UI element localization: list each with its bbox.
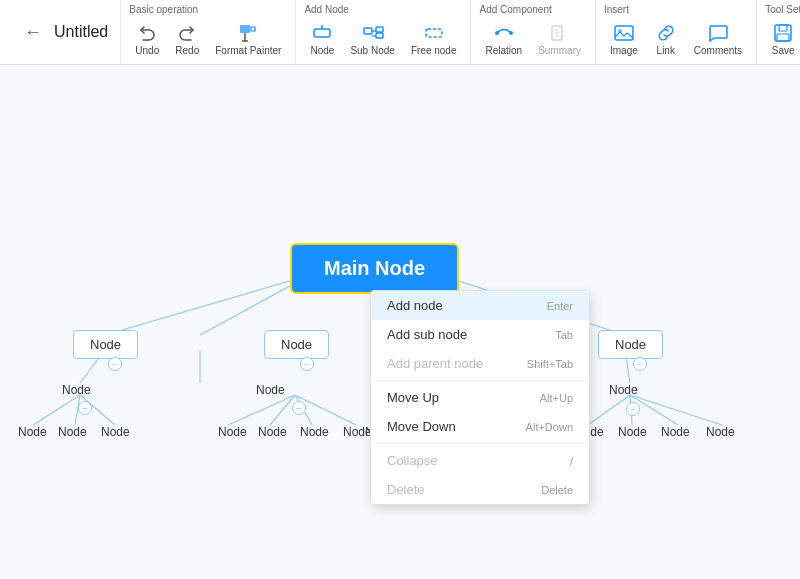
ctx-add-parent-node: Add parent node Shift+Tab <box>371 349 589 378</box>
format-painter-button[interactable]: Format Painter <box>209 19 287 58</box>
section-label-tool-settings: Tool Settings <box>765 0 800 15</box>
node-label: Node <box>618 425 647 439</box>
svg-rect-10 <box>426 29 442 37</box>
collapse-circle[interactable]: − <box>108 357 122 371</box>
collapse-circle[interactable]: − <box>292 401 306 415</box>
node-label: Node <box>706 425 735 439</box>
ctx-divider-1 <box>371 380 589 381</box>
node-label: Node <box>609 383 638 397</box>
back-button[interactable]: ← <box>20 18 46 47</box>
link-button[interactable]: Link <box>648 19 684 58</box>
ctx-add-sub-node[interactable]: Add sub node Tab <box>371 320 589 349</box>
section-basic-operation: Basic operation Undo Redo Format Painter <box>121 0 296 64</box>
ctx-add-parent-node-label: Add parent node <box>387 356 483 371</box>
ctx-move-up-shortcut: Alt+Up <box>540 392 573 404</box>
save-icon <box>771 21 795 45</box>
ctx-add-node-label: Add node <box>387 298 443 313</box>
canvas: Main Node Node − Node − Node − Node − No… <box>0 65 800 579</box>
node-box[interactable]: Node <box>73 330 138 359</box>
node-label: Node <box>256 383 285 397</box>
section-insert: Insert Image Link Comments <box>596 0 757 64</box>
relation-label: Relation <box>485 45 522 56</box>
svg-rect-9 <box>376 33 383 38</box>
node-box[interactable]: Node <box>264 330 329 359</box>
undo-button[interactable]: Undo <box>129 19 165 58</box>
svg-line-32 <box>33 395 80 425</box>
svg-rect-3 <box>314 29 330 37</box>
comments-button[interactable]: Comments <box>688 19 748 58</box>
ctx-collapse: Collapse / <box>371 446 589 475</box>
node-label: Node <box>218 425 247 439</box>
node-label: Node <box>661 425 690 439</box>
relation-icon <box>492 21 516 45</box>
node-box[interactable]: Node <box>598 330 663 359</box>
redo-button[interactable]: Redo <box>169 19 205 58</box>
ctx-add-parent-node-shortcut: Shift+Tab <box>527 358 573 370</box>
image-button[interactable]: Image <box>604 19 644 58</box>
section-label-insert: Insert <box>604 0 629 15</box>
page-title: Untitled <box>54 23 108 41</box>
summary-button[interactable]: Summary <box>532 19 587 58</box>
svg-rect-21 <box>777 34 789 41</box>
format-painter-icon <box>236 21 260 45</box>
svg-rect-20 <box>779 25 787 31</box>
ctx-add-sub-node-label: Add sub node <box>387 327 467 342</box>
relation-button[interactable]: Relation <box>479 19 528 58</box>
section-label-add-node: Add Node <box>304 0 348 15</box>
ctx-divider-2 <box>371 443 589 444</box>
free-node-button[interactable]: Free node <box>405 19 463 58</box>
svg-rect-0 <box>240 25 250 33</box>
collapse-circle[interactable]: − <box>78 401 92 415</box>
sub-node-button[interactable]: Sub Node <box>344 19 400 58</box>
node-label: Node <box>58 425 87 439</box>
comments-label: Comments <box>694 45 742 56</box>
save-button[interactable]: Save <box>765 19 800 58</box>
node-icon <box>310 21 334 45</box>
basic-items: Undo Redo Format Painter <box>129 17 287 64</box>
svg-line-42 <box>588 395 630 425</box>
section-label-component: Add Component <box>479 0 551 15</box>
node-button[interactable]: Node <box>304 19 340 58</box>
section-label-basic: Basic operation <box>129 0 198 15</box>
collapse-circle[interactable]: − <box>633 357 647 371</box>
svg-line-45 <box>630 395 722 425</box>
section-tool-settings: Tool Settings Save Collapse <box>757 0 800 64</box>
sub-node-icon <box>361 21 385 45</box>
ctx-collapse-shortcut: / <box>570 455 573 467</box>
node-label: Node <box>101 425 130 439</box>
section-add-component: Add Component Relation Summary <box>471 0 596 64</box>
format-painter-label: Format Painter <box>215 45 281 56</box>
summary-icon <box>548 21 572 45</box>
collapse-circle[interactable]: − <box>300 357 314 371</box>
undo-icon <box>135 21 159 45</box>
back-title-area: ← Untitled <box>8 0 121 64</box>
free-node-label: Free node <box>411 45 457 56</box>
undo-label: Undo <box>135 45 159 56</box>
ctx-move-down[interactable]: Move Down Alt+Down <box>371 412 589 441</box>
ctx-delete-label: Delete <box>387 482 425 497</box>
ctx-delete: Delete Delete <box>371 475 589 504</box>
node-label: Node <box>258 425 287 439</box>
link-label: Link <box>657 45 675 56</box>
component-items: Relation Summary <box>479 17 587 64</box>
redo-label: Redo <box>175 45 199 56</box>
sub-node-label: Sub Node <box>350 45 394 56</box>
collapse-circle[interactable]: − <box>626 402 640 416</box>
context-menu: Add node Enter Add sub node Tab Add pare… <box>370 290 590 505</box>
ctx-add-sub-node-shortcut: Tab <box>555 329 573 341</box>
ctx-add-node[interactable]: Add node Enter <box>371 291 589 320</box>
redo-icon <box>175 21 199 45</box>
main-node[interactable]: Main Node <box>290 243 459 294</box>
svg-line-36 <box>228 395 295 425</box>
svg-rect-7 <box>376 27 383 32</box>
tool-settings-items: Save Collapse <box>765 17 800 64</box>
ctx-move-up[interactable]: Move Up Alt+Up <box>371 383 589 412</box>
node-label: Node <box>62 383 91 397</box>
ctx-move-up-label: Move Up <box>387 390 439 405</box>
svg-line-28 <box>105 275 310 335</box>
summary-label: Summary <box>538 45 581 56</box>
comments-icon <box>706 21 730 45</box>
svg-point-11 <box>495 31 499 35</box>
add-node-items: Node Sub Node Free node <box>304 17 462 64</box>
node-label: Node <box>300 425 329 439</box>
